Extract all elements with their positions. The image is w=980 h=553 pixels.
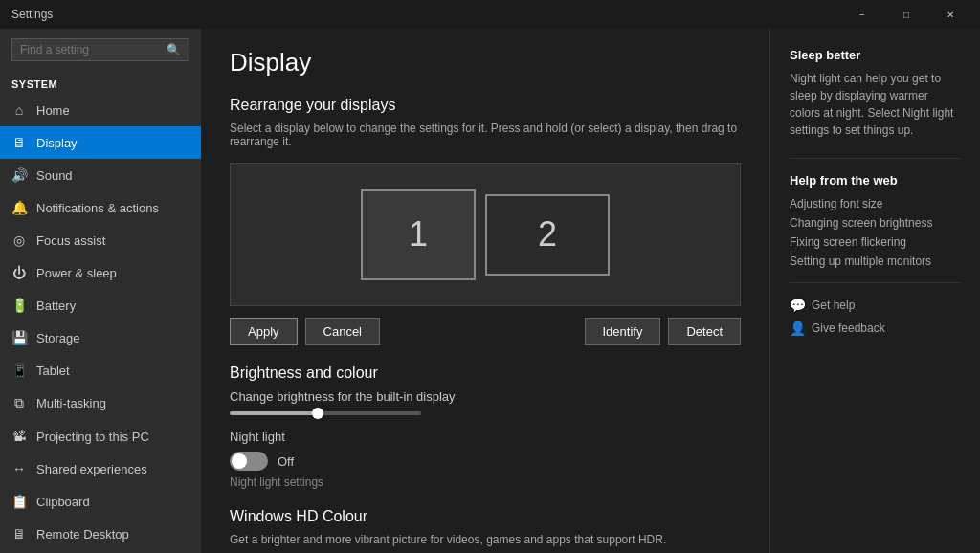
titlebar: Settings − □ ✕ [0,0,980,29]
home-icon: ⌂ [11,102,27,118]
close-button[interactable]: ✕ [928,0,972,29]
sidebar-item-label: Tablet [36,364,70,378]
sidebar-item-tablet[interactable]: 📱 Tablet [0,354,201,387]
night-light-toggle[interactable] [230,452,268,471]
help-link-brightness[interactable]: Changing screen brightness [790,216,961,230]
sidebar-item-label: Focus assist [36,233,105,248]
sidebar-item-label: Remote Desktop [36,527,129,542]
sidebar-item-multitasking[interactable]: ⧉ Multi-tasking [0,387,201,420]
monitor-1-label: 1 [409,214,428,254]
sidebar-item-label: Notifications & actions [36,201,159,215]
remote-icon: 🖥 [11,526,27,542]
get-help-row[interactable]: 💬 Get help [790,298,961,313]
rearrange-desc: Select a display below to change the set… [230,122,741,148]
slider-fill [230,411,316,415]
monitor-1[interactable]: 1 [361,189,476,280]
page-title: Display [230,48,741,77]
help-link-font[interactable]: Adjusting font size [790,197,961,210]
sidebar-item-display[interactable]: 🖥 Display [0,126,201,159]
minimize-button[interactable]: − [840,0,884,29]
give-feedback-label: Give feedback [812,321,885,335]
sidebar-item-power[interactable]: ⏻ Power & sleep [0,256,201,289]
sidebar-item-focus[interactable]: ◎ Focus assist [0,224,201,256]
rearrange-title: Rearrange your displays [230,97,741,114]
sidebar-item-storage[interactable]: 💾 Storage [0,321,201,354]
panel-divider-2 [790,282,961,283]
shared-icon: ↔ [11,461,27,476]
give-feedback-row[interactable]: 👤 Give feedback [790,321,961,336]
brightness-section: Brightness and colour Change brightness … [230,365,741,489]
battery-icon: 🔋 [11,298,27,313]
sidebar-item-notifications[interactable]: 🔔 Notifications & actions [0,191,201,224]
brightness-slider-container [230,411,741,415]
sidebar-item-projecting[interactable]: 📽 Projecting to this PC [0,420,201,453]
power-icon: ⏻ [11,265,27,280]
clipboard-icon: 📋 [11,494,27,509]
hd-colour-title: Windows HD Colour [230,508,741,525]
hd-colour-desc: Get a brighter and more vibrant picture … [230,533,741,546]
cancel-button[interactable]: Cancel [305,318,380,345]
sidebar-item-shared[interactable]: ↔ Shared experiences [0,453,201,485]
focus-icon: ◎ [11,232,27,248]
sidebar-item-label: Projecting to this PC [36,430,149,444]
search-input[interactable] [20,43,167,56]
help-link-flickering[interactable]: Fixing screen flickering [790,235,961,249]
monitor-2-label: 2 [538,214,557,254]
hd-colour-section: Windows HD Colour Get a brighter and mor… [230,508,741,546]
night-light-label: Night light [230,430,741,444]
panel-divider [790,158,961,159]
sidebar-item-sound[interactable]: 🔊 Sound [0,159,201,191]
multitasking-icon: ⧉ [11,395,27,411]
tablet-icon: 📱 [11,363,27,378]
sound-icon: 🔊 [11,167,27,183]
toggle-knob [232,453,247,469]
main-content: Display Rearrange your displays Select a… [201,29,769,553]
display-icon: 🖥 [11,135,27,150]
help-link-monitors[interactable]: Setting up multiple monitors [790,254,961,268]
get-help-icon: 💬 [790,298,806,313]
display-buttons-right: Identify Detect [585,318,742,345]
sleep-better-title: Sleep better [790,48,961,62]
sidebar-item-label: Power & sleep [36,266,117,280]
sidebar-item-home[interactable]: ⌂ Home [0,94,201,126]
search-icon: 🔍 [167,43,181,56]
sidebar-item-clipboard[interactable]: 📋 Clipboard [0,485,201,518]
app-body: 🔍 System ⌂ Home 🖥 Display 🔊 Sound 🔔 Noti… [0,29,980,553]
display-buttons: Apply Cancel Identify Detect [230,318,741,345]
help-title: Help from the web [790,173,961,188]
slider-thumb[interactable] [312,408,323,419]
detect-button[interactable]: Detect [668,318,741,345]
sidebar-item-label: Multi-tasking [36,396,106,410]
display-arrangement-area: 1 2 [230,163,741,306]
sidebar-item-label: Home [36,103,70,118]
sidebar-item-label: Sound [36,168,73,183]
brightness-label: Change brightness for the built-in displ… [230,389,741,404]
brightness-title: Brightness and colour [230,365,741,382]
sidebar-item-label: Display [36,136,78,150]
night-light-status: Off [278,454,294,469]
sidebar-item-battery[interactable]: 🔋 Battery [0,289,201,321]
projecting-icon: 📽 [11,429,27,444]
sidebar: 🔍 System ⌂ Home 🖥 Display 🔊 Sound 🔔 Noti… [0,29,201,553]
apply-button[interactable]: Apply [230,318,298,345]
monitor-2[interactable]: 2 [485,194,610,276]
search-box[interactable]: 🔍 [11,38,189,61]
get-help-label: Get help [812,299,855,312]
night-light-toggle-row: Off [230,452,741,471]
give-feedback-icon: 👤 [790,321,806,336]
sidebar-item-label: Battery [36,299,76,313]
night-light-settings-link[interactable]: Night light settings [230,476,741,489]
sidebar-section-label: System [0,71,201,94]
sleep-better-desc: Night light can help you get to sleep by… [790,70,961,139]
maximize-button[interactable]: □ [884,0,928,29]
sidebar-item-label: Clipboard [36,495,90,509]
right-panel: Sleep better Night light can help you ge… [769,29,980,553]
sidebar-item-label: Storage [36,331,80,345]
brightness-slider[interactable] [230,411,421,415]
window-controls: − □ ✕ [840,0,972,29]
sidebar-item-remote[interactable]: 🖥 Remote Desktop [0,518,201,550]
app-title: Settings [11,8,53,21]
storage-icon: 💾 [11,330,27,345]
identify-button[interactable]: Identify [585,318,661,345]
sidebar-item-label: Shared experiences [36,462,147,476]
